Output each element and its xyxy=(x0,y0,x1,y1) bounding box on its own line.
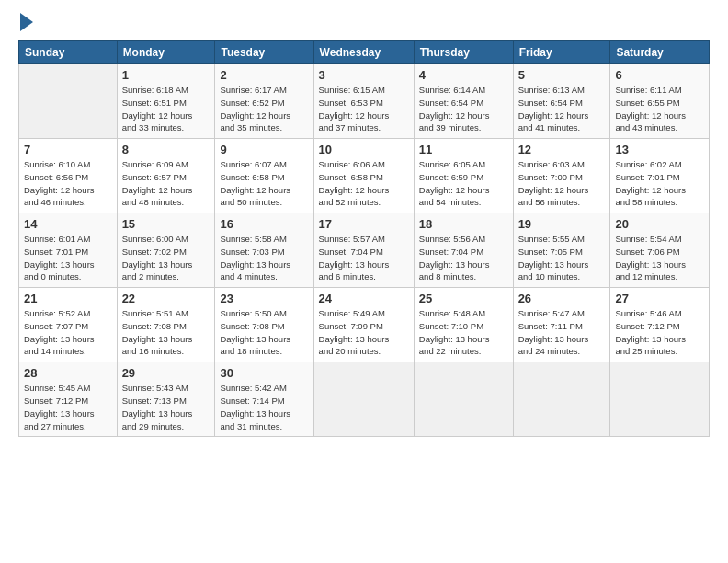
cell-content: Sunrise: 5:46 AM Sunset: 7:12 PM Dayligh… xyxy=(615,307,704,358)
cell-content: Sunrise: 6:10 AM Sunset: 6:56 PM Dayligh… xyxy=(24,158,112,209)
cell-content: Sunrise: 5:48 AM Sunset: 7:10 PM Dayligh… xyxy=(419,307,508,358)
day-number: 10 xyxy=(319,143,409,156)
cell-content: Sunrise: 6:02 AM Sunset: 7:01 PM Dayligh… xyxy=(615,158,704,209)
day-number: 5 xyxy=(518,68,606,82)
calendar-body: 1Sunrise: 6:18 AM Sunset: 6:51 PM Daylig… xyxy=(19,64,710,437)
cell-content: Sunrise: 6:05 AM Sunset: 6:59 PM Dayligh… xyxy=(419,158,508,209)
day-number: 8 xyxy=(122,143,210,156)
calendar-cell: 30Sunrise: 5:42 AM Sunset: 7:14 PM Dayli… xyxy=(215,362,313,437)
calendar-cell xyxy=(313,362,414,437)
day-number: 22 xyxy=(122,292,210,305)
header-row: SundayMondayTuesdayWednesdayThursdayFrid… xyxy=(19,41,710,64)
calendar-cell: 6Sunrise: 6:11 AM Sunset: 6:55 PM Daylig… xyxy=(610,64,710,139)
day-number: 21 xyxy=(24,292,112,305)
day-number: 14 xyxy=(24,217,112,231)
cell-content: Sunrise: 5:42 AM Sunset: 7:14 PM Dayligh… xyxy=(220,382,308,432)
calendar-cell xyxy=(414,362,513,437)
day-number: 6 xyxy=(615,68,704,82)
header-cell-friday: Friday xyxy=(513,41,610,64)
calendar-cell xyxy=(610,362,710,437)
day-number: 7 xyxy=(24,143,112,156)
calendar-cell: 10Sunrise: 6:06 AM Sunset: 6:58 PM Dayli… xyxy=(313,139,414,213)
day-number: 19 xyxy=(518,217,606,231)
day-number: 23 xyxy=(220,292,308,305)
calendar-cell: 8Sunrise: 6:09 AM Sunset: 6:57 PM Daylig… xyxy=(117,139,215,213)
cell-content: Sunrise: 6:00 AM Sunset: 7:02 PM Dayligh… xyxy=(122,233,210,283)
cell-content: Sunrise: 6:03 AM Sunset: 7:00 PM Dayligh… xyxy=(518,158,606,209)
calendar-cell: 23Sunrise: 5:50 AM Sunset: 7:08 PM Dayli… xyxy=(215,288,313,362)
cell-content: Sunrise: 6:01 AM Sunset: 7:01 PM Dayligh… xyxy=(24,233,112,283)
cell-content: Sunrise: 5:49 AM Sunset: 7:09 PM Dayligh… xyxy=(319,307,409,358)
calendar-cell: 12Sunrise: 6:03 AM Sunset: 7:00 PM Dayli… xyxy=(513,139,610,213)
cell-content: Sunrise: 5:45 AM Sunset: 7:12 PM Dayligh… xyxy=(24,382,112,432)
calendar-cell xyxy=(513,362,610,437)
cell-content: Sunrise: 6:17 AM Sunset: 6:52 PM Dayligh… xyxy=(220,84,308,134)
calendar-week-row: 28Sunrise: 5:45 AM Sunset: 7:12 PM Dayli… xyxy=(19,362,710,437)
page: SundayMondayTuesdayWednesdayThursdayFrid… xyxy=(0,0,728,446)
cell-content: Sunrise: 5:52 AM Sunset: 7:07 PM Dayligh… xyxy=(24,307,112,358)
day-number: 24 xyxy=(319,292,409,305)
header-cell-thursday: Thursday xyxy=(414,41,513,64)
day-number: 1 xyxy=(122,68,210,82)
calendar-header: SundayMondayTuesdayWednesdayThursdayFrid… xyxy=(19,41,710,64)
calendar-cell: 17Sunrise: 5:57 AM Sunset: 7:04 PM Dayli… xyxy=(313,213,414,288)
cell-content: Sunrise: 5:51 AM Sunset: 7:08 PM Dayligh… xyxy=(122,307,210,358)
cell-content: Sunrise: 6:11 AM Sunset: 6:55 PM Dayligh… xyxy=(615,84,704,134)
calendar-cell: 26Sunrise: 5:47 AM Sunset: 7:11 PM Dayli… xyxy=(513,288,610,362)
calendar-week-row: 7Sunrise: 6:10 AM Sunset: 6:56 PM Daylig… xyxy=(19,139,710,213)
cell-content: Sunrise: 6:15 AM Sunset: 6:53 PM Dayligh… xyxy=(319,84,409,134)
day-number: 26 xyxy=(518,292,606,305)
calendar-cell: 20Sunrise: 5:54 AM Sunset: 7:06 PM Dayli… xyxy=(610,213,710,288)
calendar-cell: 27Sunrise: 5:46 AM Sunset: 7:12 PM Dayli… xyxy=(610,288,710,362)
day-number: 2 xyxy=(220,68,308,82)
header-cell-saturday: Saturday xyxy=(610,41,710,64)
cell-content: Sunrise: 6:18 AM Sunset: 6:51 PM Dayligh… xyxy=(122,84,210,134)
cell-content: Sunrise: 6:14 AM Sunset: 6:54 PM Dayligh… xyxy=(419,84,508,134)
logo-arrow-icon xyxy=(20,13,33,31)
day-number: 30 xyxy=(220,366,308,380)
logo xyxy=(18,15,33,31)
day-number: 17 xyxy=(319,217,409,231)
calendar-cell: 21Sunrise: 5:52 AM Sunset: 7:07 PM Dayli… xyxy=(19,288,118,362)
header-cell-sunday: Sunday xyxy=(19,41,118,64)
header-cell-monday: Monday xyxy=(117,41,215,64)
calendar-table: SundayMondayTuesdayWednesdayThursdayFrid… xyxy=(18,40,710,437)
day-number: 16 xyxy=(220,217,308,231)
calendar-cell: 11Sunrise: 6:05 AM Sunset: 6:59 PM Dayli… xyxy=(414,139,513,213)
calendar-cell: 2Sunrise: 6:17 AM Sunset: 6:52 PM Daylig… xyxy=(215,64,313,139)
calendar-week-row: 14Sunrise: 6:01 AM Sunset: 7:01 PM Dayli… xyxy=(19,213,710,288)
cell-content: Sunrise: 5:58 AM Sunset: 7:03 PM Dayligh… xyxy=(220,233,308,283)
day-number: 12 xyxy=(518,143,606,156)
calendar-cell: 29Sunrise: 5:43 AM Sunset: 7:13 PM Dayli… xyxy=(117,362,215,437)
calendar-cell: 3Sunrise: 6:15 AM Sunset: 6:53 PM Daylig… xyxy=(313,64,414,139)
cell-content: Sunrise: 5:54 AM Sunset: 7:06 PM Dayligh… xyxy=(615,233,704,283)
calendar-week-row: 21Sunrise: 5:52 AM Sunset: 7:07 PM Dayli… xyxy=(19,288,710,362)
cell-content: Sunrise: 6:13 AM Sunset: 6:54 PM Dayligh… xyxy=(518,84,606,134)
header xyxy=(18,15,710,31)
calendar-week-row: 1Sunrise: 6:18 AM Sunset: 6:51 PM Daylig… xyxy=(19,64,710,139)
day-number: 25 xyxy=(419,292,508,305)
calendar-cell: 16Sunrise: 5:58 AM Sunset: 7:03 PM Dayli… xyxy=(215,213,313,288)
calendar-cell: 7Sunrise: 6:10 AM Sunset: 6:56 PM Daylig… xyxy=(19,139,118,213)
day-number: 18 xyxy=(419,217,508,231)
cell-content: Sunrise: 6:07 AM Sunset: 6:58 PM Dayligh… xyxy=(220,158,308,209)
calendar-cell: 5Sunrise: 6:13 AM Sunset: 6:54 PM Daylig… xyxy=(513,64,610,139)
cell-content: Sunrise: 6:06 AM Sunset: 6:58 PM Dayligh… xyxy=(319,158,409,209)
day-number: 15 xyxy=(122,217,210,231)
calendar-cell: 28Sunrise: 5:45 AM Sunset: 7:12 PM Dayli… xyxy=(19,362,118,437)
calendar-cell: 14Sunrise: 6:01 AM Sunset: 7:01 PM Dayli… xyxy=(19,213,118,288)
day-number: 27 xyxy=(615,292,704,305)
day-number: 28 xyxy=(24,366,112,380)
calendar-cell: 1Sunrise: 6:18 AM Sunset: 6:51 PM Daylig… xyxy=(117,64,215,139)
cell-content: Sunrise: 5:47 AM Sunset: 7:11 PM Dayligh… xyxy=(518,307,606,358)
cell-content: Sunrise: 5:43 AM Sunset: 7:13 PM Dayligh… xyxy=(122,382,210,432)
cell-content: Sunrise: 5:50 AM Sunset: 7:08 PM Dayligh… xyxy=(220,307,308,358)
day-number: 20 xyxy=(615,217,704,231)
calendar-cell: 9Sunrise: 6:07 AM Sunset: 6:58 PM Daylig… xyxy=(215,139,313,213)
calendar-cell: 15Sunrise: 6:00 AM Sunset: 7:02 PM Dayli… xyxy=(117,213,215,288)
calendar-cell xyxy=(19,64,118,139)
calendar-cell: 24Sunrise: 5:49 AM Sunset: 7:09 PM Dayli… xyxy=(313,288,414,362)
calendar-cell: 22Sunrise: 5:51 AM Sunset: 7:08 PM Dayli… xyxy=(117,288,215,362)
cell-content: Sunrise: 5:55 AM Sunset: 7:05 PM Dayligh… xyxy=(518,233,606,283)
calendar-cell: 4Sunrise: 6:14 AM Sunset: 6:54 PM Daylig… xyxy=(414,64,513,139)
